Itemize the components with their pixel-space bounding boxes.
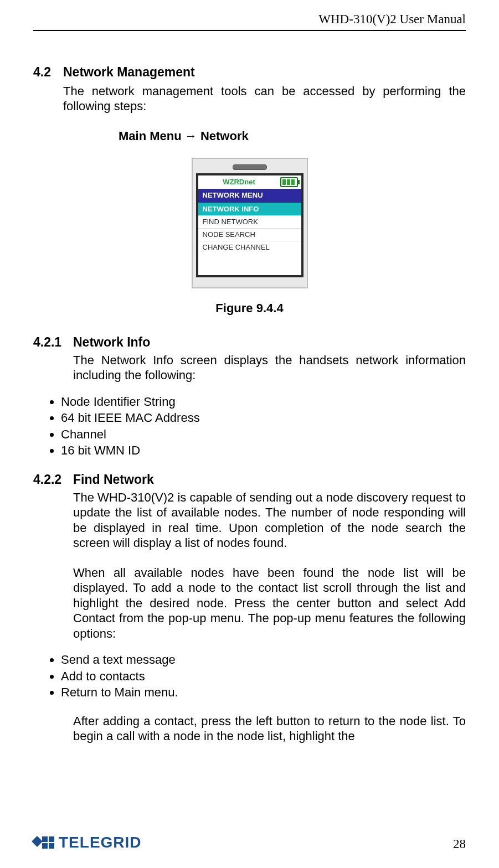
heading-4-2-1: 4.2.1 Network Info: [33, 334, 466, 350]
device-menu-item-network-info[interactable]: NETWORK INFO: [198, 203, 301, 215]
section-4-2-intro: The network management tools can be acce…: [63, 84, 466, 114]
section-4-2-2-para3: After adding a contact, press the left b…: [73, 714, 466, 744]
section-4-2-1-intro: The Network Info screen displays the han…: [73, 353, 466, 383]
figure-caption: Figure 9.4.4: [33, 301, 466, 316]
logo-text: TELEGRID: [59, 834, 142, 851]
page-number: 28: [453, 837, 466, 851]
bullet-item: Node Identifier String: [61, 394, 466, 410]
content: 4.2 Network Management The network manag…: [33, 64, 466, 744]
device-blank-area: [198, 254, 301, 275]
bullet-item: Add to contacts: [61, 669, 466, 684]
bullet-item: 16 bit WMN ID: [61, 443, 466, 458]
bullet-item: Channel: [61, 427, 466, 442]
heading-title: Find Network: [73, 472, 154, 488]
bullet-item: Send a text message: [61, 652, 466, 668]
section-4-2-1-bullets: Node Identifier String 64 bit IEEE MAC A…: [33, 394, 466, 458]
doc-title: WHD-310(V)2 User Manual: [318, 12, 466, 27]
heading-number: 4.2.1: [33, 334, 73, 350]
device-brand: WZRDnet: [202, 178, 277, 187]
device-screen: WZRDnet NETWORK MENU NETWORK INFO FIND N…: [196, 173, 303, 277]
section-4-2-2-para2: When all available nodes have been found…: [73, 565, 466, 642]
header: WHD-310(V)2 User Manual: [33, 12, 466, 30]
bullet-item: Return to Main menu.: [61, 685, 466, 700]
device-menu-item-node-search[interactable]: NODE SEARCH: [198, 228, 301, 241]
logo-icon: [33, 836, 54, 849]
footer: TELEGRID 28: [0, 834, 499, 851]
device-menu-item-change-channel[interactable]: CHANGE CHANNEL: [198, 241, 301, 254]
logo: TELEGRID: [33, 834, 142, 851]
heading-4-2: 4.2 Network Management: [33, 64, 466, 80]
bullet-item: 64 bit IEEE MAC Address: [61, 410, 466, 426]
figure-9-4-4: WZRDnet NETWORK MENU NETWORK INFO FIND N…: [33, 158, 466, 288]
device-menu-title: NETWORK MENU: [198, 189, 301, 202]
header-rule: [33, 30, 466, 31]
breadcrumb: Main Menu → Network: [63, 128, 466, 144]
heading-number: 4.2: [33, 64, 63, 80]
battery-icon: [280, 177, 298, 187]
device-status-bar: WZRDnet: [198, 175, 301, 189]
section-4-2-2-para1: The WHD-310(V)2 is capable of sending ou…: [73, 490, 466, 551]
device-menu-item-find-network[interactable]: FIND NETWORK: [198, 215, 301, 228]
page: WHD-310(V)2 User Manual 4.2 Network Mana…: [0, 0, 499, 868]
section-4-2-2-bullets: Send a text message Add to contacts Retu…: [33, 652, 466, 700]
heading-title: Network Info: [73, 334, 150, 350]
device-mockup: WZRDnet NETWORK MENU NETWORK INFO FIND N…: [192, 158, 308, 288]
heading-title: Network Management: [63, 64, 195, 80]
heading-4-2-2: 4.2.2 Find Network: [33, 472, 466, 488]
device-speaker: [196, 164, 303, 170]
heading-number: 4.2.2: [33, 472, 73, 488]
